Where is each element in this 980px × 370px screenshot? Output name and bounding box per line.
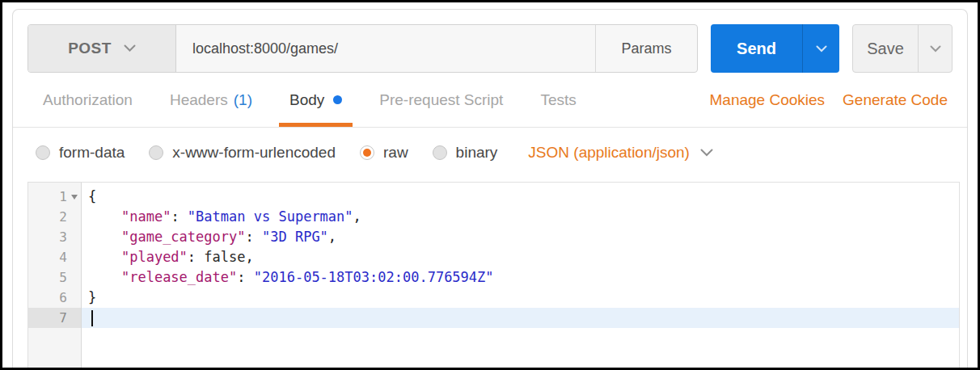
tab-label: Body bbox=[289, 91, 324, 109]
line-number: 6 bbox=[28, 288, 81, 308]
code-token: "name" bbox=[121, 208, 171, 225]
params-button[interactable]: Params bbox=[595, 25, 697, 72]
tab-label: Tests bbox=[540, 91, 576, 109]
radio-binary[interactable]: binary bbox=[433, 144, 498, 162]
tab-headers[interactable]: Headers(1) bbox=[159, 73, 263, 127]
radio-x-www-form-urlencoded[interactable]: x-www-form-urlencoded bbox=[149, 144, 336, 162]
send-dropdown-button[interactable] bbox=[802, 24, 839, 73]
radio-circle-icon bbox=[36, 145, 50, 160]
code-token: , bbox=[353, 208, 361, 225]
unsaved-dot-icon bbox=[333, 95, 342, 104]
save-button[interactable]: Save bbox=[853, 25, 918, 72]
chevron-down-icon bbox=[930, 45, 941, 53]
tabs: AuthorizationHeaders(1)BodyPre-request S… bbox=[32, 73, 603, 127]
code-token: { bbox=[88, 188, 96, 204]
code-token: : bbox=[171, 208, 187, 225]
url-group: POST Params bbox=[27, 24, 698, 73]
content-type-select[interactable]: JSON (application/json) bbox=[528, 144, 713, 162]
code-token: , bbox=[328, 229, 336, 245]
code-line[interactable]: "release_date": "2016-05-18T03:02:00.776… bbox=[88, 267, 959, 288]
line-number: 3 bbox=[28, 227, 81, 247]
code-line[interactable]: "played": false, bbox=[88, 247, 959, 267]
raw-body-editor[interactable]: 1234567 { "name": "Batman vs Superman", … bbox=[27, 182, 960, 368]
radio-circle-icon bbox=[149, 145, 163, 160]
tab-count-badge: (1) bbox=[234, 91, 252, 109]
body-type-bar: form-datax-www-form-urlencodedrawbinary … bbox=[13, 128, 967, 178]
tab-label: Pre-request Script bbox=[379, 91, 503, 109]
send-button[interactable]: Send bbox=[711, 24, 802, 73]
header-links: Manage CookiesGenerate Code bbox=[709, 91, 948, 109]
code-token bbox=[88, 269, 121, 285]
request-panel: POST Params Send Save bbox=[12, 9, 968, 368]
code-token: "2016-05-18T03:02:00.776594Z" bbox=[254, 269, 494, 285]
tab-pre-request-script[interactable]: Pre-request Script bbox=[369, 73, 513, 127]
chevron-down-icon bbox=[700, 149, 713, 157]
radio-form-data[interactable]: form-data bbox=[36, 144, 125, 162]
code-token: , bbox=[246, 249, 254, 265]
code-token: "Batman vs Superman" bbox=[188, 208, 353, 225]
editor-code[interactable]: { "name": "Batman vs Superman", "game_ca… bbox=[82, 183, 959, 368]
code-token bbox=[88, 249, 121, 265]
body-type-options: form-datax-www-form-urlencodedrawbinary bbox=[36, 144, 497, 162]
code-token: : bbox=[245, 229, 261, 245]
radio-circle-icon bbox=[360, 145, 374, 160]
url-input[interactable] bbox=[176, 25, 595, 72]
send-split-button: Send bbox=[711, 24, 839, 73]
code-token: } bbox=[88, 289, 96, 305]
chevron-down-icon bbox=[816, 45, 827, 53]
tabs-row: AuthorizationHeaders(1)BodyPre-request S… bbox=[13, 73, 967, 128]
tab-body[interactable]: Body bbox=[279, 73, 353, 127]
code-token: "game_category" bbox=[121, 229, 246, 245]
method-label: POST bbox=[68, 40, 112, 57]
code-token bbox=[88, 229, 121, 245]
radio-label: raw bbox=[383, 144, 408, 162]
request-bar: POST Params Send Save bbox=[13, 10, 967, 73]
content-type-label: JSON (application/json) bbox=[528, 144, 690, 162]
code-line[interactable]: "name": "Batman vs Superman", bbox=[88, 207, 959, 227]
tab-authorization[interactable]: Authorization bbox=[32, 73, 143, 127]
chevron-down-icon bbox=[124, 44, 136, 53]
code-token: : bbox=[188, 249, 204, 265]
radio-raw[interactable]: raw bbox=[360, 144, 408, 162]
line-number: 7 bbox=[28, 308, 81, 328]
radio-label: form-data bbox=[59, 144, 125, 162]
code-token: : bbox=[237, 269, 253, 285]
tab-tests[interactable]: Tests bbox=[530, 73, 586, 127]
link-manage-cookies[interactable]: Manage Cookies bbox=[709, 91, 825, 109]
tab-label: Headers bbox=[170, 91, 228, 109]
tab-label: Authorization bbox=[43, 91, 133, 109]
text-cursor bbox=[91, 310, 93, 326]
fold-arrow-icon[interactable] bbox=[71, 195, 78, 200]
radio-label: binary bbox=[456, 144, 498, 162]
save-split-button: Save bbox=[852, 24, 953, 73]
code-line[interactable] bbox=[82, 308, 959, 328]
save-dropdown-button[interactable] bbox=[918, 25, 952, 72]
line-number: 2 bbox=[28, 207, 81, 227]
method-select[interactable]: POST bbox=[28, 25, 176, 72]
radio-label: x-www-form-urlencoded bbox=[172, 144, 336, 162]
code-token: "played" bbox=[121, 249, 188, 265]
code-token: false bbox=[204, 249, 245, 265]
code-line[interactable]: "game_category": "3D RPG", bbox=[88, 227, 959, 247]
code-token: "3D RPG" bbox=[262, 229, 328, 245]
link-generate-code[interactable]: Generate Code bbox=[843, 91, 948, 109]
line-number: 4 bbox=[28, 247, 81, 267]
editor-gutter: 1234567 bbox=[28, 183, 82, 368]
line-number: 1 bbox=[28, 187, 81, 207]
code-line[interactable]: { bbox=[88, 187, 959, 207]
code-token: "release_date" bbox=[121, 269, 237, 285]
code-line[interactable]: } bbox=[88, 288, 959, 308]
code-token bbox=[88, 208, 121, 225]
line-number: 5 bbox=[28, 267, 81, 288]
radio-circle-icon bbox=[433, 145, 447, 160]
